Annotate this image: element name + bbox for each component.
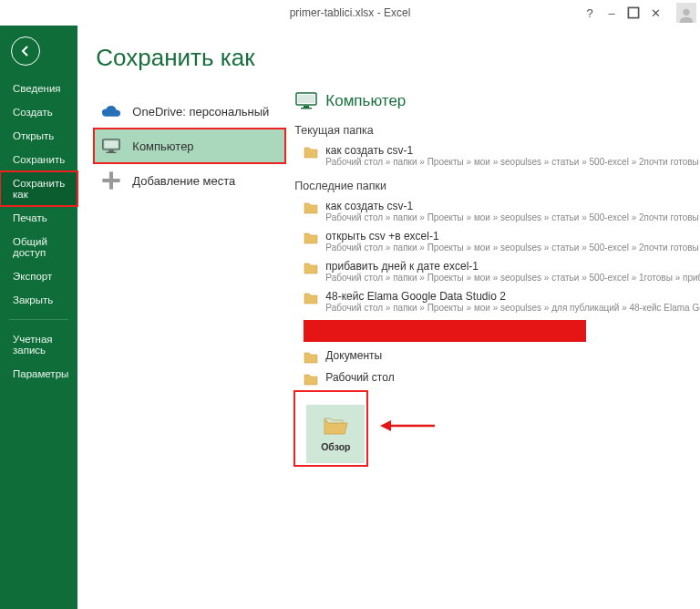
desktop-label: Рабочий стол [325, 371, 700, 384]
folder-icon [304, 201, 318, 214]
nav-open[interactable]: Открыть [0, 124, 77, 148]
nav-close[interactable]: Закрыть [0, 288, 77, 312]
page-title: Сохранить как [94, 44, 285, 72]
redacted-folder [304, 320, 586, 342]
minimize-icon[interactable]: – [605, 6, 618, 19]
current-folder[interactable]: как создать csv-1 Рабочий стол » папки »… [294, 142, 700, 172]
cloud-icon [101, 101, 121, 121]
svg-rect-11 [301, 108, 312, 109]
place-add-label: Добавление места [132, 174, 235, 188]
computer-icon [101, 136, 121, 156]
recent-folder-name: как создать csv-1 [325, 200, 700, 212]
recent-folders-label: Последние папки [294, 180, 700, 192]
close-icon[interactable]: ✕ [649, 6, 662, 19]
nav-account[interactable]: Учетная запись [0, 327, 77, 362]
nav-separator [9, 319, 68, 320]
desktop-folder[interactable]: Рабочий стол [294, 369, 700, 391]
folder-icon [304, 146, 318, 159]
nav-options[interactable]: Параметры [0, 362, 77, 386]
recent-folder[interactable]: открыть csv +в excel-1 Рабочий стол » па… [294, 228, 700, 258]
computer-header-text: Компьютер [325, 92, 406, 110]
window-title: primer-tablici.xlsx - Excel [290, 6, 411, 19]
place-add[interactable]: Добавление места [94, 163, 285, 198]
user-avatar[interactable] [676, 3, 696, 23]
recent-folder[interactable]: как создать csv-1 Рабочий стол » папки »… [294, 198, 700, 228]
svg-rect-9 [298, 95, 314, 103]
computer-icon [294, 91, 318, 111]
window-controls: ? – ✕ [583, 0, 696, 26]
nav-share[interactable]: Общий доступ [0, 230, 77, 264]
svg-point-1 [683, 9, 689, 15]
browse-label: Обзор [321, 441, 350, 452]
backstage-sidebar: Сведения Создать Открыть Сохранить Сохра… [0, 26, 77, 609]
computer-header: Компьютер [294, 91, 700, 111]
nav-new[interactable]: Создать [0, 100, 77, 124]
recent-folder-path: Рабочий стол » папки » Проекты » мои » s… [325, 303, 700, 313]
recent-folder[interactable]: прибавить дней к дате excel-1 Рабочий ст… [294, 258, 700, 288]
folder-icon [304, 351, 318, 364]
place-onedrive-label: OneDrive: персональный [132, 105, 269, 119]
svg-rect-7 [103, 179, 120, 182]
place-computer[interactable]: Компьютер [94, 129, 285, 163]
nav-print[interactable]: Печать [0, 206, 77, 230]
svg-rect-10 [304, 106, 309, 108]
annotation-arrow [380, 419, 435, 435]
nav-export[interactable]: Экспорт [0, 264, 77, 288]
svg-rect-4 [109, 150, 114, 152]
help-icon[interactable]: ? [583, 6, 596, 19]
recent-folder-name: прибавить дней к дате excel-1 [325, 260, 700, 273]
recent-folder-name: открыть csv +в excel-1 [325, 230, 700, 243]
recent-folder-name: 48-кейс Elama Google Data Studio 2 [325, 290, 700, 303]
back-button[interactable] [11, 36, 40, 66]
plus-icon [101, 170, 121, 191]
folder-icon [304, 373, 318, 386]
current-folder-path: Рабочий стол » папки » Проекты » мои » s… [325, 157, 700, 167]
recent-folder-path: Рабочий стол » папки » Проекты » мои » s… [325, 243, 700, 253]
documents-label: Документы [325, 349, 700, 362]
recent-folder-path: Рабочий стол » папки » Проекты » мои » s… [325, 273, 700, 283]
title-bar: primer-tablici.xlsx - Excel ? – ✕ [0, 0, 700, 26]
nav-info[interactable]: Сведения [0, 77, 77, 100]
place-computer-label: Компьютер [132, 139, 193, 153]
folder-icon [304, 262, 318, 274]
folder-open-icon [323, 416, 348, 436]
svg-rect-0 [628, 7, 638, 17]
documents-folder[interactable]: Документы [294, 347, 700, 369]
folder-icon [304, 232, 318, 244]
nav-save-as[interactable]: Сохранить как [0, 171, 77, 206]
svg-rect-5 [107, 151, 117, 152]
current-folder-name: как создать csv-1 [325, 144, 700, 157]
svg-rect-3 [105, 140, 118, 147]
maximize-icon[interactable] [627, 6, 640, 19]
browse-button[interactable]: Обзор [306, 405, 365, 463]
recent-folder[interactable]: 48-кейс Elama Google Data Studio 2 Рабоч… [294, 288, 700, 318]
place-onedrive[interactable]: OneDrive: персональный [94, 94, 285, 129]
current-folder-label: Текущая папка [294, 124, 700, 137]
folder-icon [304, 292, 318, 304]
recent-folder-path: Рабочий стол » папки » Проекты » мои » s… [325, 212, 700, 222]
nav-save[interactable]: Сохранить [0, 148, 77, 171]
